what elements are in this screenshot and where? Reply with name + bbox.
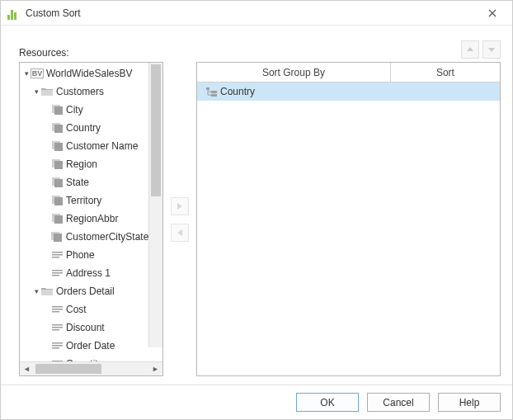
move-down-button[interactable] [482,40,501,59]
tree-node-item[interactable]: Cost [20,300,162,319]
add-button[interactable] [171,197,189,215]
text-field-icon [51,304,63,315]
svg-rect-9 [54,179,63,187]
scroll-left-icon[interactable]: ◄ [20,362,34,376]
tree-label: RegionAbbr [66,210,118,228]
folder-icon [41,286,53,297]
tree-node-item[interactable]: Territory [20,191,162,210]
cancel-button[interactable]: Cancel [367,393,430,412]
arrow-down-icon [487,45,496,54]
tree-label: Customer Name [66,137,138,155]
text-field-icon [51,322,63,333]
svg-rect-22 [52,306,63,308]
tree-node-item[interactable]: Country [20,119,162,137]
svg-rect-31 [52,361,63,361]
tree-label: Address 1 [66,264,111,282]
window-title: Custom Sort [26,7,81,19]
transfer-buttons [163,62,196,376]
horizontal-scrollbar[interactable]: ◄ ► [20,361,162,375]
column-header-group-by[interactable]: Sort Group By [197,63,391,82]
scroll-thumb[interactable] [35,364,101,374]
svg-rect-1 [54,106,63,115]
tree-node-folder[interactable]: ▾ Orders Detail [20,282,162,300]
tree-label: State [66,173,89,191]
help-button[interactable]: Help [438,393,501,412]
tree-label: Order Date [66,337,115,355]
scroll-thumb[interactable] [151,64,161,196]
sort-grid[interactable]: Sort Group By Sort Country [196,62,501,376]
grid-cell-label: Country [220,86,255,97]
close-button[interactable] [476,2,509,25]
svg-rect-24 [52,311,59,313]
remove-button[interactable] [171,224,189,242]
svg-rect-5 [54,143,63,151]
bv-icon: BV [31,68,43,79]
svg-rect-25 [52,324,63,326]
text-field-icon [51,267,63,279]
tree-label: Customers [56,83,104,101]
svg-rect-20 [52,272,63,274]
arrow-left-icon [176,229,184,237]
svg-rect-35 [211,91,217,93]
svg-rect-15 [54,234,62,242]
tree-node-root[interactable]: ▾ BV WorldWideSalesBV [20,64,162,83]
tree-node-item[interactable]: City [20,101,162,119]
dialog-footer: OK Cancel Help [1,385,512,419]
tree-node-item[interactable]: RegionAbbr [20,210,162,228]
tree-label: Territory [66,191,101,210]
field-icon [51,122,63,134]
ok-button[interactable]: OK [296,393,359,412]
arrow-right-icon [176,202,184,210]
svg-rect-34 [206,87,209,90]
svg-rect-18 [52,257,59,258]
grid-body: Country [197,83,500,375]
close-icon [488,9,497,17]
tree-label: Phone [66,246,95,264]
grid-header: Sort Group By Sort [197,63,500,83]
tree-node-folder[interactable]: ▾ Customers [20,83,162,101]
chevron-down-icon[interactable]: ▾ [31,282,41,300]
title-bar: Custom Sort [1,1,512,26]
tree-node-item[interactable]: CustomerCityStateZip [20,228,162,246]
grid-row[interactable]: Country [197,83,500,101]
chevron-down-icon[interactable]: ▾ [31,83,41,101]
svg-rect-19 [52,270,63,271]
field-icon [51,195,63,206]
svg-rect-30 [52,347,59,349]
tree-node-item[interactable]: Phone [20,246,162,264]
tree-body: ▾ BV WorldWideSalesBV ▾ Customers [20,63,162,361]
tree-node-item[interactable]: Quantity [20,355,162,361]
dialog-content: Resources: ▾ BV WorldWideSalesBV [1,26,512,385]
tree-label: Region [66,155,97,173]
field-icon [51,177,63,188]
move-up-button[interactable] [461,40,479,59]
resources-tree[interactable]: ▾ BV WorldWideSalesBV ▾ Customers [19,62,163,376]
field-icon [51,140,63,152]
tree-node-item[interactable]: Discount [20,319,162,337]
scroll-right-icon[interactable]: ► [148,362,162,376]
column-header-sort[interactable]: Sort [391,63,500,82]
hierarchy-icon [205,86,217,97]
tree-node-item[interactable]: Address 1 [20,264,162,282]
tree-label: Quantity [66,355,103,361]
tree-node-item[interactable]: Order Date [20,337,162,355]
vertical-scrollbar[interactable] [148,63,162,347]
field-icon [51,213,63,224]
tree-label: WorldWideSalesBV [46,64,132,83]
arrow-up-icon [466,45,474,54]
tree-label: City [66,101,83,119]
svg-rect-7 [54,161,63,169]
field-icon [51,231,63,243]
tree-node-item[interactable]: Region [20,155,162,173]
resources-label: Resources: [19,47,69,59]
svg-rect-21 [52,275,59,276]
text-field-icon [51,340,63,352]
folder-icon [41,86,53,97]
tree-node-item[interactable]: Customer Name [20,137,162,155]
field-icon [51,158,63,170]
svg-rect-27 [52,329,59,331]
app-icon [7,7,21,20]
tree-node-item[interactable]: State [20,173,162,191]
svg-rect-23 [52,309,63,310]
tree-label: Orders Detail [56,282,115,300]
